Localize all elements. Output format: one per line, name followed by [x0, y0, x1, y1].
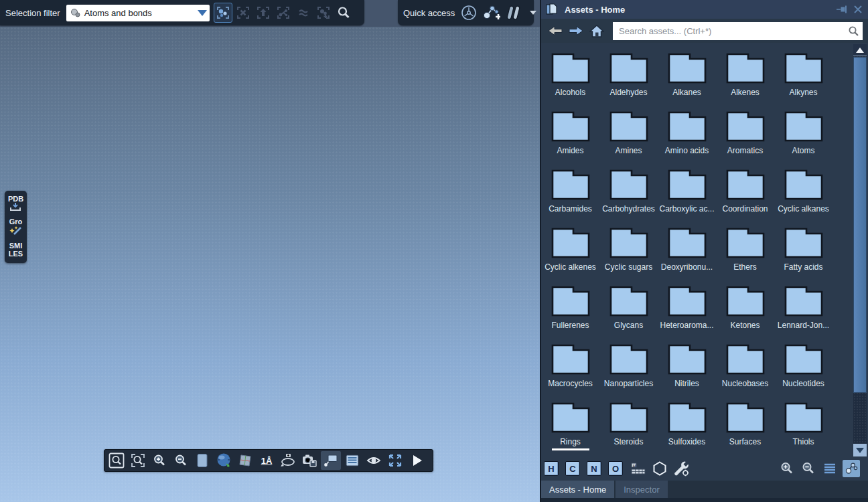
- periodic-table-button[interactable]: H: [630, 460, 647, 477]
- pin-button[interactable]: [837, 5, 848, 14]
- asset-folder-lennard-jon[interactable]: Lennard-Jon...: [774, 277, 833, 335]
- asset-folder-nitriles[interactable]: Nitriles: [658, 335, 716, 394]
- tab-assets-home[interactable]: Assets - Home: [541, 481, 614, 498]
- play-button[interactable]: [407, 451, 427, 470]
- element-button-o[interactable]: O: [608, 461, 623, 476]
- search-icon[interactable]: [848, 25, 859, 37]
- zoom-in-assets-button[interactable]: [778, 460, 796, 477]
- asset-folder-aromatics[interactable]: Aromatics: [716, 102, 774, 161]
- gro-import-button[interactable]: Gro: [9, 218, 23, 236]
- label-button[interactable]: [321, 451, 341, 470]
- scrollbar-thumb[interactable]: [853, 57, 867, 393]
- scrollbar-up-button[interactable]: [853, 44, 867, 56]
- asset-folder-label: Ethers: [733, 262, 757, 272]
- asset-folder-label: Carbamides: [549, 204, 592, 214]
- folder-icon: [726, 402, 765, 433]
- fullscreen-button[interactable]: [385, 451, 405, 470]
- asset-folder-rings[interactable]: Rings: [541, 394, 599, 452]
- search-selection-button[interactable]: [334, 3, 353, 23]
- scale-button[interactable]: 1Å: [257, 451, 277, 470]
- asset-folder-carboxylic-ac[interactable]: Carboxylic ac...: [658, 161, 716, 219]
- asset-folder-nanoparticles[interactable]: Nanoparticles: [599, 335, 658, 394]
- tools-button[interactable]: [672, 460, 690, 477]
- zoom-out-icon: [173, 452, 189, 469]
- asset-folder-amino-acids[interactable]: Amino acids: [658, 102, 716, 161]
- asset-folder-nucleobases[interactable]: Nucleobases: [716, 335, 774, 394]
- arrow-up-icon: [256, 5, 271, 20]
- asset-folder-sulfoxides[interactable]: Sulfoxides: [658, 394, 716, 452]
- scrollbar-down-button[interactable]: [853, 444, 867, 456]
- select-bonded-button[interactable]: [274, 3, 293, 23]
- close-button[interactable]: [853, 5, 863, 14]
- asset-folder-steroids[interactable]: Steroids: [599, 394, 658, 452]
- asset-folder-atoms[interactable]: Atoms: [774, 102, 833, 161]
- forward-button[interactable]: [569, 25, 583, 36]
- asset-folder-alkynes[interactable]: Alkynes: [774, 44, 833, 102]
- search-input[interactable]: [613, 22, 863, 40]
- tab-inspector[interactable]: Inspector: [616, 481, 667, 498]
- pdb-import-button[interactable]: PDB: [8, 195, 23, 212]
- snapshot-button[interactable]: [299, 451, 319, 470]
- asset-folder-heteroaroma[interactable]: Heteroaroma...: [658, 277, 716, 335]
- expand-selection-button[interactable]: [254, 3, 273, 23]
- home-button[interactable]: [589, 25, 604, 37]
- asset-folder-amides[interactable]: Amides: [541, 102, 599, 161]
- zoom-select-button[interactable]: [106, 451, 127, 470]
- wrench-gear-icon: [672, 461, 690, 477]
- zoom-out-button[interactable]: [171, 451, 191, 470]
- asset-folder-cyclic-alkanes[interactable]: Cyclic alkanes: [774, 161, 833, 219]
- zoom-in-button[interactable]: [149, 451, 169, 470]
- scrollbar[interactable]: [853, 44, 867, 456]
- select-atoms-button[interactable]: [214, 3, 232, 23]
- measure-bonds-button[interactable]: [504, 4, 522, 21]
- add-molecule-button[interactable]: [482, 4, 500, 21]
- viewport-3d[interactable]: [0, 27, 540, 502]
- asset-folder-cyclic-alkenes[interactable]: Cyclic alkenes: [541, 219, 599, 277]
- element-button-n[interactable]: N: [587, 461, 601, 476]
- assets-panel-header[interactable]: Assets - Home: [541, 0, 868, 19]
- asset-folder-aldehydes[interactable]: Aldehydes: [599, 44, 658, 102]
- visibility-button[interactable]: [364, 451, 384, 470]
- list-view-button[interactable]: [821, 460, 839, 477]
- folder-icon: [551, 228, 590, 258]
- asset-folder-label: Aldehydes: [609, 88, 647, 97]
- zoom-region-button[interactable]: [128, 451, 148, 470]
- asset-folder-nucleotides[interactable]: Nucleotides: [774, 335, 833, 394]
- ring-builder-button[interactable]: [651, 460, 668, 477]
- orbit-camera-button[interactable]: [278, 451, 298, 470]
- asset-folder-coordination[interactable]: Coordination: [716, 161, 774, 219]
- asset-folder-amines[interactable]: Amines: [599, 102, 658, 161]
- asset-folder-carbamides[interactable]: Carbamides: [541, 161, 599, 219]
- asset-folder-alcohols[interactable]: Alcohols: [541, 44, 599, 102]
- asset-folder-ethers[interactable]: Ethers: [716, 219, 774, 277]
- selection-filter-dropdown[interactable]: Atoms and bonds: [66, 5, 210, 21]
- navigation-wheel-button[interactable]: [460, 4, 478, 21]
- asset-folder-thiols[interactable]: Thiols: [774, 394, 833, 452]
- asset-folder-glycans[interactable]: Glycans: [599, 277, 658, 335]
- asset-folder-label: Cyclic alkenes: [545, 262, 596, 272]
- asset-folder-carbohydrates[interactable]: Carbohydrates: [599, 161, 658, 219]
- orient-sphere-button[interactable]: [214, 451, 234, 470]
- chevron-down-icon[interactable]: [530, 11, 536, 15]
- icon-view-button[interactable]: [843, 460, 860, 477]
- add-selection-group-button[interactable]: [314, 3, 333, 23]
- asset-folder-surfaces[interactable]: Surfaces: [716, 394, 774, 452]
- panel-view-button[interactable]: [342, 451, 362, 470]
- view-plane-button[interactable]: [192, 451, 212, 470]
- deselect-button[interactable]: [234, 3, 252, 23]
- element-button-c[interactable]: C: [565, 461, 580, 476]
- asset-folder-fatty-acids[interactable]: Fatty acids: [774, 219, 833, 277]
- smiles-import-button[interactable]: SMI LES: [9, 242, 23, 258]
- select-similar-button[interactable]: [294, 3, 313, 23]
- asset-folder-cyclic-sugars[interactable]: Cyclic sugars: [599, 219, 658, 277]
- zoom-out-assets-button[interactable]: [800, 460, 817, 477]
- asset-folder-alkanes[interactable]: Alkanes: [658, 44, 716, 102]
- asset-folder-ketones[interactable]: Ketones: [716, 277, 774, 335]
- asset-folder-macrocycles[interactable]: Macrocycles: [541, 335, 599, 394]
- asset-folder-deoxyribonu[interactable]: Deoxyribonu...: [658, 219, 716, 277]
- asset-folder-fullerenes[interactable]: Fullerenes: [541, 277, 599, 335]
- back-button[interactable]: [548, 25, 563, 36]
- grid-plane-button[interactable]: [235, 451, 255, 470]
- asset-folder-alkenes[interactable]: Alkenes: [716, 44, 774, 102]
- element-button-h[interactable]: H: [544, 461, 559, 476]
